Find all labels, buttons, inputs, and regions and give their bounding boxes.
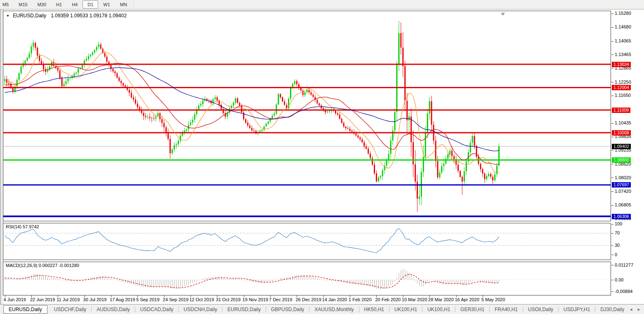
date-tick-label: 22 Jun 2019 — [30, 297, 55, 302]
axis-tick-mark — [611, 265, 613, 265]
chart-tab-eurusd-daily[interactable]: EURUSD,Daily — [222, 305, 266, 314]
date-tick-label: 26 Dec 2019 — [295, 297, 321, 302]
date-tick-label: 16 Apr 2020 — [455, 297, 479, 302]
macd-tick-label: -0.00884 — [615, 289, 632, 294]
axis-tick-mark — [611, 137, 613, 137]
chart-tab-hk50-h1[interactable]: HK50,H1 — [359, 305, 389, 314]
chart-tab-uk100-h1[interactable]: UK100,H1 — [389, 305, 422, 314]
macd-label: MACD(12,26,9) 0.000227 -0.001280 — [6, 263, 79, 268]
macd-plot[interactable]: MACD(12,26,9) 0.000227 -0.001280 — [3, 262, 611, 295]
rsi-tick-label: 100 — [615, 221, 622, 227]
tab-scroll-right-icon[interactable]: ► — [637, 307, 641, 312]
axis-tick-mark — [611, 96, 613, 96]
dropdown-triangle-icon[interactable]: ▼ — [6, 14, 9, 18]
chart-shift-marker-icon — [501, 13, 505, 16]
date-tick-label: 14 Jan 2020 — [322, 297, 347, 302]
chart-window: ▼ EURUSD,Daily 1.09359 1.09533 1.09178 1… — [0, 9, 644, 304]
plot-stack: ▼ EURUSD,Daily 1.09359 1.09533 1.09178 1… — [3, 9, 611, 304]
chart-tab-audusd-daily[interactable]: AUDUSD,Daily — [92, 305, 135, 314]
rsi-label: RSI(14) 57.9742 — [6, 224, 39, 229]
price-tick-label: 1.11650 — [615, 93, 631, 98]
level-price-label: 1.10008 — [612, 130, 631, 136]
axis-tick-mark — [611, 27, 613, 28]
level-price-label: 1.08800 — [612, 157, 631, 163]
price-axis[interactable]: 1.152801.146801.140651.134651.128651.122… — [611, 9, 644, 304]
axis-tick-mark — [611, 178, 613, 178]
price-tick-label: 1.12250 — [615, 80, 631, 85]
price-tick-label: 1.06805 — [615, 202, 631, 208]
axis-tick-mark — [611, 191, 613, 192]
level-price-label: 1.07697 — [612, 182, 631, 187]
axis-tick-mark — [611, 224, 613, 225]
chart-tab-xauusd-monthly[interactable]: XAUUSD,Monthly — [309, 305, 359, 314]
chart-tab-ger30-h1[interactable]: GER30,H1 — [455, 305, 489, 314]
timeframe-button-m15[interactable]: M15 — [14, 0, 32, 9]
date-tick-label: 5 Sep 2019 — [136, 297, 159, 302]
timeframe-button-m5[interactable]: M5 — [0, 0, 14, 9]
price-tick-label: 1.14065 — [615, 38, 631, 44]
date-tick-label: 20 Feb 2020 — [375, 297, 401, 302]
chart-tab-usdchf-daily[interactable]: USDCHF,Daily — [49, 305, 92, 314]
tab-scroll-left-icon[interactable]: ◄ — [629, 307, 633, 312]
chart-tab-usdjpy-h1[interactable]: USDJPY,H1 — [559, 305, 595, 314]
axis-tick-mark — [611, 255, 613, 255]
date-tick-label: 17 Aug 2019 — [110, 297, 135, 302]
chart-tab-fra40-h1[interactable]: FRA40,H1 — [490, 305, 523, 314]
date-tick-label: 7 Dec 2019 — [269, 297, 292, 302]
timeframe-button-m30[interactable]: M30 — [33, 0, 51, 9]
date-tick-label: 11 Jul 2019 — [57, 297, 80, 302]
macd-tick-label: 0.011277 — [615, 262, 633, 268]
timeframe-button-mn[interactable]: MN — [115, 0, 132, 9]
axis-tick-mark — [611, 205, 613, 206]
chart-tab-eurusd-daily[interactable]: EURUSD,Daily — [3, 305, 47, 314]
date-tick-label: 30 Jul 2019 — [83, 297, 107, 302]
timeframe-button-w1[interactable]: W1 — [98, 0, 115, 9]
tabbar-scroll-arrows: ◄► — [629, 307, 641, 312]
rsi-tick-label: 70 — [615, 230, 620, 236]
level-price-label: 1.11009 — [612, 108, 630, 113]
axis-tick-mark — [611, 123, 613, 124]
date-tick-label: 4 Jun 2019 — [4, 297, 26, 302]
chart-ohlc-values: 1.09359 1.09533 1.09178 1.09402 — [51, 13, 127, 19]
price-tick-label: 1.13465 — [615, 52, 631, 57]
date-tick-label: 24 Sep 2019 — [163, 297, 189, 302]
chart-tab-gbpusd-daily[interactable]: GBPUSD,Daily — [266, 305, 309, 314]
price-tick-label: 1.10435 — [615, 120, 631, 126]
date-tick-label: 5 May 2020 — [481, 297, 505, 302]
timeframe-button-d1[interactable]: D1 — [83, 0, 98, 9]
chart-tab-usdcad-daily[interactable]: USDCAD,Daily — [135, 305, 179, 314]
mt4-window: M5M15M30H1H4D1W1MN ▼ EURUSD,Daily 1.0935… — [0, 0, 644, 314]
chart-tab-usoil-daily[interactable]: USOil,Daily — [523, 305, 558, 314]
level-price-label: 1.06306 — [612, 214, 631, 219]
toolbar-separator — [134, 1, 134, 8]
main-chart-plot[interactable]: ▼ EURUSD,Daily 1.09359 1.09533 1.09178 1… — [3, 11, 611, 221]
date-tick-label: 31 Oct 2019 — [216, 297, 241, 302]
axis-tick-mark — [611, 164, 613, 164]
date-axis[interactable]: 4 Jun 201922 Jun 201911 Jul 201930 Jul 2… — [3, 295, 611, 304]
axis-tick-mark — [611, 233, 613, 234]
axis-tick-mark — [611, 54, 613, 55]
chart-title: ▼ EURUSD,Daily 1.09359 1.09533 1.09178 1… — [6, 13, 127, 19]
chart-tab-uk100-h1[interactable]: UK100,H1 — [422, 305, 455, 314]
axis-tick-mark — [611, 150, 613, 150]
axis-tick-mark — [611, 82, 613, 82]
axis-tick-mark — [611, 41, 613, 42]
chart-tab-dj30-daily[interactable]: DJ30,Daily — [595, 305, 629, 314]
rsi-plot[interactable]: RSI(14) 57.9742 — [3, 223, 611, 260]
axis-tick-mark — [611, 280, 613, 280]
date-tick-label: 1 Feb 2020 — [349, 297, 372, 302]
date-tick-label: 19 Nov 2019 — [243, 297, 268, 302]
price-tick-label: 1.08020 — [615, 175, 631, 180]
timeframe-button-h4[interactable]: H4 — [67, 0, 83, 9]
level-price-label: 1.12004 — [612, 85, 631, 90]
axis-tick-mark — [611, 291, 613, 292]
date-tick-label: 28 Mar 2020 — [428, 297, 454, 302]
timeframe-button-h1[interactable]: H1 — [51, 0, 67, 9]
chart-tabbar: EURUSD,DailyUSDCHF,DailyAUDUSD,DailyUSDC… — [0, 304, 644, 314]
price-tick-label: 1.14680 — [615, 24, 631, 30]
date-tick-label: 12 Oct 2019 — [189, 297, 214, 302]
chart-tab-usdcnh-daily[interactable]: USDCNH,Daily — [179, 305, 222, 314]
rsi-tick-label: 30 — [615, 243, 620, 248]
timeframe-toolbar: M5M15M30H1H4D1W1MN — [0, 0, 644, 9]
axis-tick-mark — [611, 246, 613, 246]
